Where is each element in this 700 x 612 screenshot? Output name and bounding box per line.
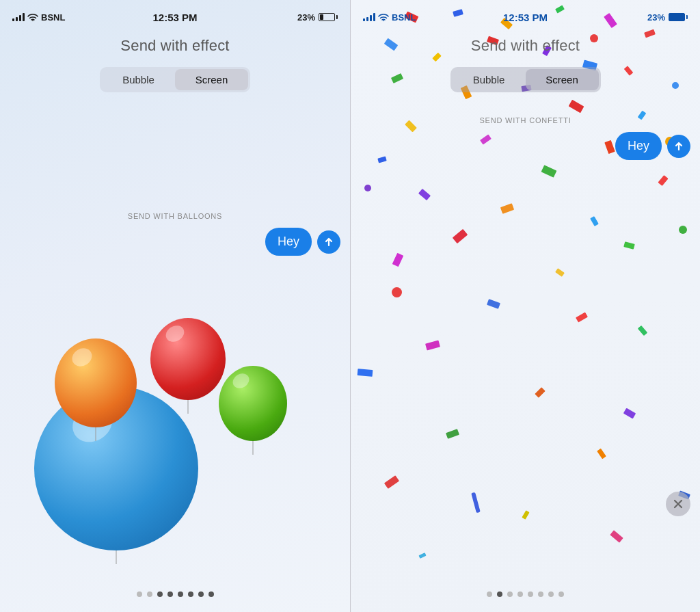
right-time: 12:53 PM xyxy=(503,12,548,23)
left-screen-tab[interactable]: Screen xyxy=(175,69,248,90)
right-dot-4 xyxy=(517,591,523,597)
right-phone-panel: BSNL 12:53 PM 23% Send with effect Bubbl… xyxy=(350,0,700,612)
right-send-button[interactable] xyxy=(667,135,690,158)
left-battery-pct: 23% xyxy=(297,12,315,23)
right-dot-6 xyxy=(538,591,543,597)
green-balloon xyxy=(219,366,287,441)
right-wifi-icon xyxy=(378,13,389,21)
orange-balloon xyxy=(55,338,137,427)
right-dot-7 xyxy=(548,591,554,597)
right-screen-title: Send with effect xyxy=(351,37,700,55)
right-page-dots xyxy=(351,591,700,597)
right-dot-5 xyxy=(528,591,533,597)
left-phone-panel: BSNL 12:53 PM 23% Send with effect Bubbl… xyxy=(0,0,350,612)
left-dot-1 xyxy=(137,591,142,597)
right-status-bar: BSNL 12:53 PM 23% xyxy=(351,0,700,30)
balloons-scene xyxy=(0,291,350,578)
left-wifi-icon xyxy=(27,13,38,21)
right-carrier: BSNL xyxy=(392,12,416,23)
left-send-with-label: SEND WITH BALLOONS xyxy=(0,212,350,220)
right-battery-area: 23% xyxy=(647,12,688,23)
left-content-area: SEND WITH BALLOONS Hey xyxy=(0,106,350,612)
right-message-bubble: Hey xyxy=(615,132,662,160)
right-battery-pct: 23% xyxy=(647,12,665,23)
left-segmented-control[interactable]: Bubble Screen xyxy=(100,67,250,92)
close-icon xyxy=(673,498,684,509)
right-send-icon xyxy=(673,140,685,152)
right-dot-3 xyxy=(507,591,513,597)
left-bubble-tab[interactable]: Bubble xyxy=(102,69,175,90)
right-bubble-row: Hey xyxy=(351,132,700,160)
right-close-button[interactable] xyxy=(666,492,690,516)
right-battery-icon xyxy=(669,13,688,21)
left-bubble-row: Hey xyxy=(0,228,350,256)
left-battery-area: 23% xyxy=(297,12,338,23)
right-dot-2 xyxy=(497,591,502,597)
right-signal-icon xyxy=(363,13,375,21)
left-dot-5 xyxy=(178,591,183,597)
left-status-bar: BSNL 12:53 PM 23% xyxy=(0,0,350,30)
svg-point-0 xyxy=(32,21,33,22)
left-status-left: BSNL xyxy=(12,12,65,23)
left-screen-title: Send with effect xyxy=(0,37,350,55)
left-send-button[interactable] xyxy=(317,230,340,254)
left-dot-7 xyxy=(198,591,204,597)
left-dot-6 xyxy=(188,591,193,597)
left-dot-3 xyxy=(157,591,163,597)
right-segmented-control[interactable]: Bubble Screen xyxy=(450,67,601,92)
right-dot-1 xyxy=(487,591,492,597)
left-time: 12:53 PM xyxy=(152,12,197,23)
left-message-bubble: Hey xyxy=(265,228,312,256)
svg-point-1 xyxy=(383,21,384,22)
right-status-left: BSNL xyxy=(363,12,416,23)
left-dot-2 xyxy=(147,591,152,597)
left-page-dots xyxy=(0,591,350,597)
left-battery-icon xyxy=(319,13,338,21)
right-bubble-tab[interactable]: Bubble xyxy=(453,69,526,90)
left-send-icon xyxy=(323,236,335,248)
right-dot-8 xyxy=(558,591,564,597)
left-dot-8 xyxy=(208,591,214,597)
left-carrier: BSNL xyxy=(41,12,65,23)
red-balloon xyxy=(150,318,226,400)
right-send-with-label: SEND WITH CONFETTI xyxy=(351,116,700,124)
left-dot-4 xyxy=(167,591,173,597)
left-signal-icon xyxy=(12,13,25,21)
right-screen-tab[interactable]: Screen xyxy=(526,69,599,90)
right-content-area: SEND WITH CONFETTI Hey xyxy=(351,106,700,612)
